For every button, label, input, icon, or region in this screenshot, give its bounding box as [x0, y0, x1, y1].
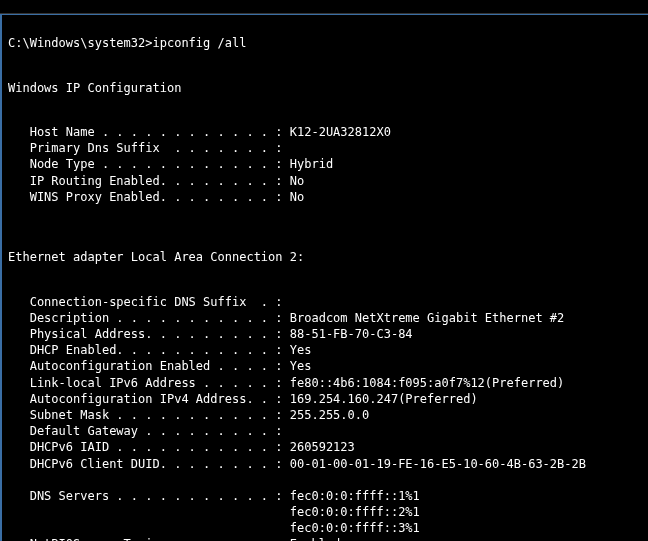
output-line: Autoconfiguration IPv4 Address. . : 169.… — [8, 391, 642, 407]
output-line: Host Name . . . . . . . . . . . . : K12-… — [8, 124, 642, 140]
output-line: fec0:0:0:ffff::3%1 — [8, 520, 642, 536]
output-line: DNS Servers . . . . . . . . . . . : fec0… — [8, 488, 642, 504]
blank-line — [8, 96, 642, 108]
adapter-header: Ethernet adapter Local Area Connection 2… — [8, 250, 304, 264]
command-line: C:\Windows\system32>ipconfig /all — [8, 36, 246, 50]
blank-line — [8, 51, 642, 63]
output-line: Link-local IPv6 Address . . . . . : fe80… — [8, 375, 642, 391]
section-header: Windows IP Configuration — [8, 81, 181, 95]
output-line: WINS Proxy Enabled. . . . . . . . : No — [8, 189, 642, 205]
output-line: Primary Dns Suffix . . . . . . . : — [8, 140, 642, 156]
command-text: ipconfig /all — [153, 36, 247, 50]
output-line: Connection-specific DNS Suffix . : — [8, 294, 642, 310]
output-line: Subnet Mask . . . . . . . . . . . : 255.… — [8, 407, 642, 423]
output-line: IP Routing Enabled. . . . . . . . : No — [8, 173, 642, 189]
output-line: fec0:0:0:ffff::2%1 — [8, 504, 642, 520]
output-line: Autoconfiguration Enabled . . . . : Yes — [8, 358, 642, 374]
output-line: DHCP Enabled. . . . . . . . . . . : Yes — [8, 342, 642, 358]
output-line: DHCPv6 Client DUID. . . . . . . . : 00-0… — [8, 456, 642, 472]
prompt: C:\Windows\system32> — [8, 36, 153, 50]
output-line: NetBIOS over Tcpip. . . . . . . . : Enab… — [8, 536, 642, 541]
output-line — [8, 472, 642, 488]
output-line: Default Gateway . . . . . . . . . : — [8, 423, 642, 439]
blank-line — [8, 221, 642, 233]
terminal-output[interactable]: C:\Windows\system32>ipconfig /all Window… — [0, 14, 648, 541]
blank-line — [8, 265, 642, 277]
output-line: Description . . . . . . . . . . . : Broa… — [8, 310, 642, 326]
output-line: Node Type . . . . . . . . . . . . : Hybr… — [8, 156, 642, 172]
output-line: Physical Address. . . . . . . . . : 88-5… — [8, 326, 642, 342]
output-line: DHCPv6 IAID . . . . . . . . . . . : 2605… — [8, 439, 642, 455]
window-titlebar — [0, 0, 648, 14]
